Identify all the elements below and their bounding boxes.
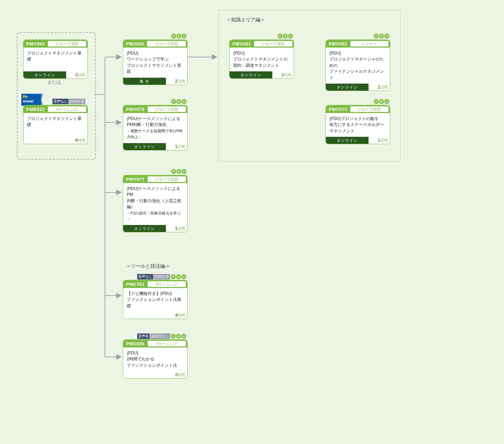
course-code: PME005 bbox=[123, 341, 147, 346]
course-title: (PDU)ケースメソッドによるPM 判断・行動力強化（上流工程編） －PJの成功… bbox=[123, 183, 187, 225]
pdu-badge: PDU bbox=[374, 99, 389, 104]
course-type: グループ演習 bbox=[48, 41, 86, 47]
has-description-badge: 説明文有 bbox=[69, 99, 85, 104]
course-card-pmv076[interactable]: PMV076 グループ演習 (PDU)ケースメソッドによる PM判断・行動力強化… bbox=[123, 105, 188, 150]
renewal-ribbon: Renewal bbox=[21, 94, 44, 106]
pdu-badge: PDU bbox=[374, 34, 389, 38]
pdu-icon: PDU bbox=[278, 34, 293, 38]
has-description-badge: 説明文有 bbox=[154, 274, 170, 280]
audio-caption-pdu-badges: 音声有 説明文なし PDU bbox=[137, 333, 186, 339]
course-duration: 2日間 bbox=[369, 84, 390, 91]
course-title: (PDU) 2時間でわかる ファンクションポイント法 bbox=[123, 347, 187, 371]
course-title: (PDU) プロジェクトマネージャのための ファイナンシャルマネジメント bbox=[326, 48, 390, 84]
course-type: グループ演習 bbox=[254, 41, 293, 47]
course-code: PMV073 bbox=[326, 107, 350, 112]
audio-caption-badges: 音声なし 説明文有 bbox=[52, 99, 85, 104]
course-code: PME022 bbox=[23, 107, 48, 112]
course-delivery: オンライン bbox=[23, 71, 66, 78]
course-code: PMJ066 bbox=[123, 41, 147, 47]
no-audio-badge: 音声なし bbox=[52, 99, 69, 104]
course-code: PMV081 bbox=[230, 41, 254, 47]
course-type: グループ演習 bbox=[147, 106, 186, 112]
course-title: (PDU)ケースメソッドによる PM判断・行動力強化 －複数ケースを短期間で学び… bbox=[123, 113, 187, 143]
course-duration: 1日間 bbox=[166, 225, 187, 232]
course-card-pmv081[interactable]: PMV081 グループ演習 (PDU) プロジェクトマネジメントの 契約・調達マ… bbox=[229, 40, 294, 79]
course-duration: 2日間 bbox=[272, 71, 294, 78]
course-card-pme005[interactable]: PME005 eラーニング (PDU) 2時間でわかる ファンクションポイント法… bbox=[123, 339, 188, 379]
course-map-diagram: または ＜知識エリア編＞ ＜ツールと技法編＞ PMV065 グループ演習 プロジ… bbox=[0, 0, 504, 444]
pdu-badge: PDU bbox=[171, 99, 187, 104]
pdu-icon: PDU bbox=[171, 274, 186, 279]
audio-caption-pdu-badges: 音声なし 説明文有 PDU bbox=[137, 274, 186, 280]
course-duration: 4時間 bbox=[166, 312, 187, 319]
course-delivery: オンライン bbox=[123, 225, 166, 232]
course-duration: 2日間 bbox=[66, 71, 88, 78]
course-delivery: オンライン bbox=[123, 143, 166, 150]
course-delivery bbox=[123, 312, 166, 319]
course-code: PMV065 bbox=[23, 41, 48, 47]
course-type: グループ演習 bbox=[147, 41, 186, 47]
course-type: グループ演習 bbox=[350, 106, 389, 112]
course-delivery bbox=[123, 371, 166, 378]
course-card-pmv082[interactable]: PMV082 レクチャ (PDU) プロジェクトマネージャのための ファイナンシ… bbox=[326, 40, 390, 91]
pdu-badge: PDU bbox=[171, 34, 187, 38]
course-title: プロジェクトマネジメント基礎 bbox=[23, 113, 88, 137]
course-title: 【ナビ機能付き】(PDU) ファンクションポイント法基礎 bbox=[123, 288, 187, 312]
course-title: (PDU)プロジェクトの敵を 味方にするステークホルダー マネジメント bbox=[326, 113, 390, 137]
course-type: eラーニング bbox=[147, 340, 186, 347]
course-code: PMV077 bbox=[123, 177, 147, 182]
pdu-icon: PDU bbox=[171, 34, 187, 38]
pdu-icon: PDU bbox=[374, 99, 389, 104]
pdu-icon: PDU bbox=[374, 34, 389, 38]
pdu-icon: PDU bbox=[171, 99, 187, 104]
course-duration: 2日間 bbox=[166, 78, 187, 85]
course-duration: 1日間 bbox=[166, 143, 187, 150]
prerequisite-or-connector: または bbox=[47, 79, 61, 85]
pdu-icon: PDU bbox=[171, 334, 186, 339]
course-code: PMV076 bbox=[123, 107, 147, 112]
no-audio-badge: 音声なし bbox=[137, 274, 153, 280]
course-code: PME701 bbox=[123, 282, 147, 287]
course-title: (PDU) ワークショップで学ぶ プロジェクトマネジメント実践 bbox=[123, 48, 187, 78]
knowledge-area-group-title: ＜知識エリア編＞ bbox=[226, 17, 265, 23]
course-code: PMV082 bbox=[326, 41, 350, 47]
tools-group-title: ＜ツールと技法編＞ bbox=[126, 263, 170, 269]
course-card-pmv077[interactable]: PMV077 グループ演習 (PDU)ケースメソッドによるPM 判断・行動力強化… bbox=[123, 175, 188, 232]
course-title: プロジェクトマネジメント基礎 bbox=[23, 48, 88, 71]
no-description-badge: 説明文なし bbox=[150, 333, 170, 339]
course-card-pmv073[interactable]: PMV073 グループ演習 (PDU)プロジェクトの敵を 味方にするステークホル… bbox=[326, 105, 390, 144]
course-card-pme701[interactable]: PME701 eラーニング 【ナビ機能付き】(PDU) ファンクションポイント法… bbox=[123, 280, 188, 319]
course-title: (PDU) プロジェクトマネジメントの 契約・調達マネジメント bbox=[230, 48, 294, 71]
course-type: グループ演習 bbox=[147, 176, 186, 182]
course-duration: 8時間 bbox=[66, 137, 88, 144]
course-duration: 2時間 bbox=[166, 371, 187, 378]
course-type: eラーニング bbox=[147, 281, 186, 287]
course-card-pmj066[interactable]: PMJ066 グループ演習 (PDU) ワークショップで学ぶ プロジェクトマネジ… bbox=[123, 40, 188, 85]
course-type: eラーニング bbox=[48, 106, 86, 112]
course-delivery: オンライン bbox=[230, 71, 272, 78]
course-card-pmv065[interactable]: PMV065 グループ演習 プロジェクトマネジメント基礎 オンライン 2日間 bbox=[23, 40, 88, 79]
has-audio-badge: 音声有 bbox=[137, 333, 150, 339]
course-delivery bbox=[23, 137, 66, 144]
pdu-badge: PDU bbox=[278, 34, 293, 38]
course-delivery: 集 合 bbox=[123, 78, 166, 85]
course-type: レクチャ bbox=[350, 41, 389, 47]
course-delivery: オンライン bbox=[326, 137, 369, 144]
course-card-pme022[interactable]: PME022 eラーニング プロジェクトマネジメント基礎 8時間 bbox=[23, 105, 88, 144]
pdu-badge: PDU bbox=[171, 169, 187, 174]
course-duration: 1日間 bbox=[369, 137, 390, 144]
course-delivery: オンライン bbox=[326, 84, 369, 91]
pdu-icon: PDU bbox=[171, 169, 187, 174]
